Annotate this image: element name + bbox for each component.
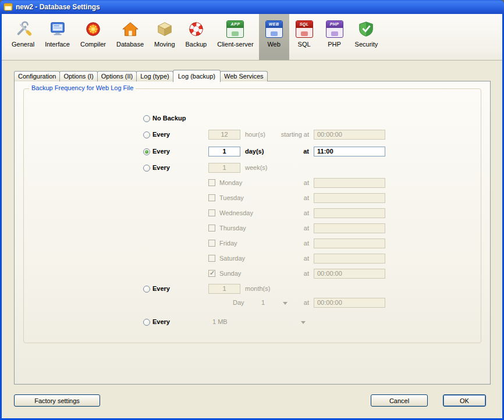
database-settings-window: new2 - Database Settings General: [0, 0, 504, 420]
toolbar: General Interface: [2, 14, 502, 60]
toolbar-item-client-server[interactable]: APP Client-server: [212, 14, 258, 60]
saturday-at-label: at: [252, 255, 309, 262]
ok-button[interactable]: OK: [443, 394, 486, 407]
weekly-unit-label: week(s): [245, 164, 268, 171]
tab-options-2[interactable]: Options (II): [97, 71, 137, 81]
friday-label: Friday: [219, 240, 237, 247]
tuesday-checkbox: [208, 194, 215, 201]
hourly-radio[interactable]: [143, 131, 150, 138]
toolbar-item-php[interactable]: PHP PHP: [320, 14, 350, 60]
thursday-label: Thursday: [219, 225, 246, 232]
saturday-time-field: [314, 254, 385, 264]
groupbox-title: Backup Frequency for Web Log File: [29, 84, 136, 91]
monday-checkbox: [208, 179, 215, 186]
toolbar-item-backup[interactable]: Backup: [180, 14, 212, 60]
monday-time-field: [314, 178, 385, 188]
no-backup-radio[interactable]: [143, 115, 150, 122]
toolbar-label: Interface: [45, 41, 70, 48]
wednesday-row: Wednesday at: [2, 208, 502, 219]
toolbar-label: General: [12, 41, 34, 48]
monthly-unit-label: month(s): [245, 285, 270, 292]
compiler-wheel-icon: [84, 19, 102, 39]
cancel-button[interactable]: Cancel: [371, 394, 428, 407]
daily-time-field[interactable]: 11:00: [314, 147, 385, 156]
hourly-value-field: 12: [208, 130, 240, 140]
saturday-checkbox: [208, 255, 215, 262]
lifebuoy-icon: [187, 19, 205, 39]
sunday-label: Sunday: [219, 270, 241, 277]
daily-radio[interactable]: [143, 148, 150, 155]
tab-log-type[interactable]: Log (type): [136, 71, 173, 81]
tuesday-at-label: at: [252, 194, 309, 201]
factory-settings-button[interactable]: Factory settings: [14, 394, 100, 407]
no-backup-label[interactable]: No Backup: [152, 115, 186, 122]
toolbar-label: Backup: [186, 41, 207, 48]
hourly-every-label[interactable]: Every: [152, 131, 170, 138]
daily-value-field[interactable]: 1: [208, 147, 240, 156]
thursday-row: Thursday at: [2, 223, 502, 234]
monthly-every-label[interactable]: Every: [152, 285, 170, 292]
monday-at-label: at: [252, 179, 309, 186]
toolbar-label: Web: [267, 41, 280, 48]
toolbar-label: Moving: [154, 41, 175, 48]
toolbar-label: Client-server: [217, 41, 253, 48]
tab-log-backup[interactable]: Log (backup): [173, 70, 221, 82]
tab-configuration[interactable]: Configuration: [14, 71, 60, 81]
wednesday-label: Wednesday: [219, 209, 253, 216]
weekly-radio[interactable]: [143, 165, 150, 172]
php-package-icon: PHP: [326, 19, 343, 39]
app-package-icon: APP: [226, 19, 244, 39]
toolbar-label: Compiler: [80, 41, 106, 48]
size-row: Every 1 MB: [2, 316, 502, 328]
toolbar-item-sql[interactable]: SQL SQL: [289, 14, 320, 60]
tuesday-time-field: [314, 193, 385, 203]
tuesday-label: Tuesday: [219, 194, 244, 201]
monthly-radio[interactable]: [143, 286, 150, 293]
friday-row: Friday at: [2, 238, 502, 250]
toolbar-item-moving[interactable]: Moving: [149, 14, 180, 60]
monitor-icon: [49, 19, 66, 39]
daily-every-label[interactable]: Every: [152, 148, 170, 155]
monthly-value-field: 1: [208, 284, 240, 294]
toolbar-label: PHP: [328, 41, 341, 48]
wednesday-checkbox: [208, 209, 215, 216]
tab-options-1[interactable]: Options (I): [59, 71, 97, 81]
toolbar-item-database[interactable]: Database: [111, 14, 149, 60]
toolbar-item-interface[interactable]: Interface: [40, 14, 75, 60]
monthly-time-field: 00:00:00: [314, 298, 385, 308]
app-icon: [3, 2, 13, 12]
daily-row: Every 1 day(s) at 11:00: [2, 146, 502, 158]
tuesday-row: Tuesday at: [2, 193, 502, 204]
sunday-checkbox: [208, 270, 215, 277]
toolbar-item-general[interactable]: General: [6, 14, 40, 60]
hourly-time-field: 00:00:00: [314, 130, 385, 140]
tab-web-services[interactable]: Web Services: [220, 71, 268, 81]
wednesday-time-field: [314, 208, 385, 218]
toolbar-item-security[interactable]: Security: [350, 14, 384, 60]
friday-checkbox: [208, 240, 215, 247]
monday-row: Monday at: [2, 177, 502, 189]
toolbar-item-compiler[interactable]: Compiler: [75, 14, 111, 60]
shield-icon: [357, 19, 375, 39]
monthly-day-row: Day 1 at 00:00:00: [2, 297, 502, 309]
hourly-row: Every 12 hour(s) starting at 00:00:00: [2, 129, 502, 141]
saturday-row: Saturday at: [2, 253, 502, 265]
sunday-row: Sunday at 00:00:00: [2, 268, 502, 280]
size-radio[interactable]: [143, 319, 150, 326]
monthly-at-label: at: [252, 299, 309, 306]
toolbar-item-web[interactable]: WEB Web: [259, 14, 289, 60]
wednesday-at-label: at: [252, 209, 309, 216]
monthly-day-label: Day: [233, 299, 244, 306]
sql-package-icon: SQL: [296, 19, 313, 39]
weekly-every-label[interactable]: Every: [152, 164, 170, 171]
hourly-starting-at-label: starting at: [252, 131, 309, 138]
weekly-value-field: 1: [208, 163, 240, 173]
titlebar: new2 - Database Settings: [0, 0, 504, 14]
web-package-icon: WEB: [265, 19, 283, 39]
no-backup-row: No Backup: [2, 113, 502, 124]
friday-time-field: [314, 239, 385, 248]
weekly-row: Every 1 week(s): [2, 162, 502, 174]
tab-strip: Configuration Options (I) Options (II) L…: [14, 70, 267, 81]
size-every-label[interactable]: Every: [152, 318, 170, 325]
size-dropdown-arrow-icon: [301, 321, 306, 324]
